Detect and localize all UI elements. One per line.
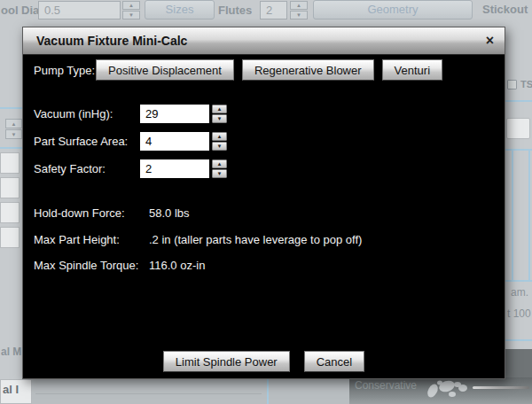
spinner-up-icon[interactable]: ▲ <box>212 159 227 168</box>
divider-line <box>505 280 532 282</box>
vacuum-fixture-dialog: Vacuum Fixture Mini-Calc × Pump Type: Po… <box>22 27 505 379</box>
tool-dia-stepper: ▲ ▼ <box>122 1 140 19</box>
flutes-label: Flutes <box>218 4 252 17</box>
max-spindle-torque-label: Max Spindle Torque: <box>34 259 138 272</box>
ts-label: TS <box>520 79 532 89</box>
turtle-icon <box>420 377 472 400</box>
checkbox <box>507 80 517 89</box>
vacuum-stepper[interactable]: ▲ ▼ <box>212 105 227 123</box>
spinner-down-icon[interactable]: ▼ <box>212 142 227 151</box>
cancel-button[interactable]: Cancel <box>304 351 364 372</box>
tool-dia-label: ool Dia. <box>1 4 43 17</box>
pump-venturi-button[interactable]: Venturi <box>382 59 442 81</box>
divider-line <box>35 393 262 394</box>
dialog-actions: Limit Spindle Power Cancel <box>23 351 505 372</box>
max-part-height-label: Max Part Height: <box>34 233 120 246</box>
hold-down-force-value: 58.0 lbs <box>149 206 190 220</box>
pump-type-label: Pump Type: <box>34 64 95 77</box>
clipped-text: t 100 <box>507 307 531 320</box>
divider-line <box>0 147 22 149</box>
spinner-up-icon[interactable]: ▲ <box>212 132 227 141</box>
slider-track <box>473 386 529 389</box>
input-box <box>506 118 530 139</box>
pump-type-options: Positive Displacement Regenerative Blowe… <box>96 59 442 81</box>
conservative-label: Conservative <box>355 379 417 392</box>
hold-down-force-label: Hold-down Force: <box>34 206 125 220</box>
left-stepper: ▲ ▼ <box>5 119 22 139</box>
spinner-down-icon[interactable]: ▼ <box>212 169 227 178</box>
pump-positive-displacement-button[interactable]: Positive Displacement <box>96 59 234 81</box>
spinner-up-icon[interactable]: ▲ <box>212 105 227 113</box>
dialog-title: Vacuum Fixture Mini-Calc <box>36 27 187 55</box>
spinner-up-icon: ▲ <box>5 119 22 128</box>
max-spindle-torque-value: 116.0 oz-in <box>149 259 205 272</box>
flutes-input: 2 <box>260 1 287 19</box>
geometry-button: Geometry <box>313 0 473 19</box>
spinner-down-icon: ▼ <box>122 11 140 19</box>
table-cell <box>0 177 20 198</box>
spinner-up-icon: ▲ <box>290 1 308 10</box>
vacuum-input[interactable] <box>140 105 209 123</box>
divider-line <box>512 151 513 281</box>
sizes-button: Sizes <box>145 0 215 19</box>
max-part-height-value: .2 in (taller parts have leverage to pop… <box>149 233 362 246</box>
speed-slider-band: Conservative <box>349 377 532 404</box>
divider-line <box>528 151 530 281</box>
spinner-up-icon: ▲ <box>122 1 140 10</box>
dialog-titlebar[interactable]: Vacuum Fixture Mini-Calc × <box>23 27 505 55</box>
spinner-down-icon: ▼ <box>290 11 308 19</box>
stickout-label: Stickout <box>482 3 528 16</box>
table-cell <box>0 227 20 248</box>
divider-line <box>0 107 22 109</box>
limit-spindle-power-button[interactable]: Limit Spindle Power <box>163 351 290 372</box>
safety-factor-label: Safety Factor: <box>34 159 106 178</box>
pump-regenerative-blower-button[interactable]: Regenerative Blower <box>242 59 374 81</box>
tool-dia-input: 0.5 <box>38 1 121 19</box>
vacuum-label: Vacuum (inHg): <box>34 105 113 123</box>
dialog-body: Pump Type: Positive Displacement Regener… <box>23 55 505 378</box>
divider-line <box>505 339 532 341</box>
part-surface-area-stepper[interactable]: ▲ ▼ <box>212 132 227 151</box>
flutes-stepper: ▲ ▼ <box>290 1 308 19</box>
close-icon[interactable]: × <box>486 27 494 54</box>
table-cell <box>0 152 20 174</box>
clipped-material-label: al M <box>1 346 22 358</box>
table-cell <box>0 202 20 223</box>
spinner-down-icon[interactable]: ▼ <box>212 114 227 123</box>
safety-factor-input[interactable] <box>140 159 209 178</box>
part-surface-area-label: Part Surface Area: <box>34 132 128 151</box>
panel-corner <box>504 349 532 379</box>
clipped-text: am. <box>511 286 528 299</box>
divider-line <box>505 100 532 102</box>
safety-factor-stepper[interactable]: ▲ ▼ <box>212 159 227 178</box>
clipped-label: al I <box>3 383 29 396</box>
divider-line <box>267 379 269 404</box>
spinner-down-icon: ▼ <box>5 129 22 139</box>
part-surface-area-input[interactable] <box>140 132 209 151</box>
